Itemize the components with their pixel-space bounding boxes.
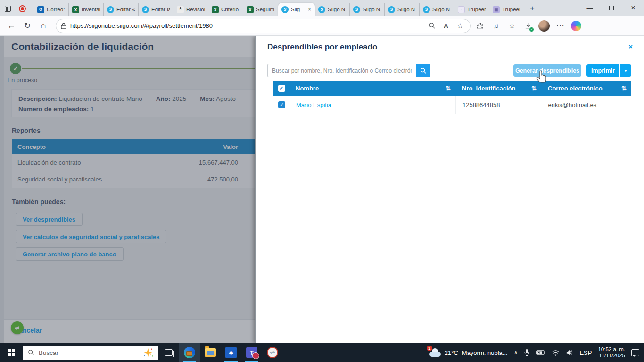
taskbar-edge-button[interactable]	[179, 343, 200, 362]
search-button[interactable]	[416, 64, 430, 77]
tab-actions-icon	[5, 6, 11, 12]
search-icon	[420, 67, 427, 74]
browser-tab-editar-1[interactable]: Editar «	[104, 3, 139, 16]
extensions-icon[interactable]	[473, 19, 487, 33]
close-panel-icon[interactable]: ×	[628, 42, 633, 50]
browser-tab-trupeer-2[interactable]: Trupeer	[489, 3, 524, 16]
browser-toolbar: ← ↻ ⌂ https://siigonube.siigo.com/#/payr…	[0, 16, 644, 36]
siigo-favicon	[388, 6, 395, 13]
browser-tab-siigo-4[interactable]: Siigo N	[420, 3, 454, 16]
employee-search-input[interactable]	[267, 64, 416, 77]
zoom-out-icon[interactable]	[427, 21, 437, 31]
browser-tab-siigo-3[interactable]: Siigo N	[385, 3, 420, 16]
settings-menu-button[interactable]: ⋯	[553, 19, 567, 33]
maximize-window-button[interactable]	[601, 0, 622, 16]
collections-icon[interactable]: ☆	[505, 19, 519, 33]
tray-date: 11/11/2025	[598, 353, 625, 359]
employee-name-link[interactable]: Mario Espitia	[296, 101, 331, 108]
refresh-button[interactable]: ↻	[21, 19, 34, 33]
excel-favicon	[212, 6, 219, 13]
tray-time: 10:52 a. m.	[598, 346, 625, 353]
task-view-button[interactable]	[158, 343, 179, 362]
taskbar-snipping-button[interactable]: ✄	[262, 343, 283, 362]
imprimir-dropdown-button[interactable]: ▾	[620, 64, 631, 77]
new-tab-button[interactable]: +	[526, 2, 538, 15]
browser-tab-correo[interactable]: Correo:	[34, 3, 69, 16]
downloads-button[interactable]: ✓	[521, 19, 535, 33]
table-row: ✓ Mario Espitia 12588644858 erikis@hotma…	[273, 96, 631, 114]
browser-tab-trupeer-1[interactable]: Trupeer	[454, 3, 489, 16]
taskbar-search-box[interactable]: Buscar	[23, 346, 158, 360]
select-all-checkbox[interactable]: ✓	[278, 85, 285, 92]
start-button[interactable]	[0, 343, 23, 362]
record-icon	[19, 5, 26, 12]
clock-widget[interactable]: 10:52 a. m. 11/11/2025	[598, 346, 625, 359]
folder-icon	[205, 348, 216, 357]
browser-tab-seguimiento[interactable]: Seguimi	[243, 3, 278, 16]
tray-expand-icon[interactable]: ∧	[514, 349, 518, 356]
close-tab-icon[interactable]: ×	[307, 6, 312, 13]
browser-tab-siigo-1[interactable]: Siigo N	[315, 3, 350, 16]
desktop-screen: Correo: Inventar Editar « Editar la Revi…	[0, 0, 644, 362]
windows-taskbar: Buscar ◆ T ✄ 1 21°C Mayorm. nubla... ∧ E…	[0, 343, 644, 362]
sort-id-icon[interactable]: ⇅	[531, 85, 537, 92]
back-button[interactable]: ←	[5, 19, 18, 33]
taskbar-teams-button[interactable]: T	[241, 343, 262, 362]
browser-tab-inventario[interactable]: Inventar	[69, 3, 104, 16]
windows-logo-icon	[8, 349, 15, 356]
browser-tab-editar-2[interactable]: Editar la	[139, 3, 173, 16]
weather-widget[interactable]: 1 21°C Mayorm. nubla...	[429, 348, 508, 357]
notification-center-icon[interactable]	[631, 349, 639, 356]
copilot-button[interactable]	[570, 19, 583, 33]
outlook-favicon	[37, 6, 44, 13]
sort-email-icon[interactable]: ⇅	[621, 85, 627, 92]
avatar-image	[538, 20, 550, 32]
taskbar-search-placeholder: Buscar	[39, 349, 58, 356]
favorite-star-icon[interactable]: ☆	[455, 21, 465, 31]
taskbar-file-explorer-button[interactable]	[200, 343, 221, 362]
speaker-icon[interactable]	[566, 349, 573, 356]
close-window-button[interactable]: ×	[622, 0, 644, 16]
wifi-icon[interactable]	[552, 350, 560, 356]
siigo-favicon	[353, 6, 360, 13]
recording-indicator-button[interactable]	[19, 2, 31, 15]
address-bar[interactable]: https://siigonube.siigo.com/#/payroll/se…	[56, 19, 471, 33]
weather-condition: Mayorm. nubla...	[462, 349, 508, 356]
siigo-favicon	[423, 6, 430, 13]
siigo-favicon	[142, 6, 149, 13]
edge-icon	[184, 347, 195, 358]
desprendibles-panel: Desprendibles por empleado × Generar des…	[255, 36, 644, 343]
browser-tab-revision[interactable]: Revisión	[173, 3, 208, 16]
scissors-icon: ✄	[265, 346, 280, 360]
language-indicator[interactable]: ESP	[579, 349, 592, 356]
imprimir-button[interactable]: Imprimir	[586, 64, 619, 77]
teams-icon: T	[246, 347, 257, 358]
maximize-icon	[609, 6, 614, 10]
taskbar-app-diamond-button[interactable]: ◆	[221, 343, 241, 362]
media-controls-icon[interactable]: ♫	[489, 19, 503, 33]
system-tray: 1 21°C Mayorm. nubla... ∧ ESP 10:52 a. m…	[429, 346, 644, 359]
trupeer-favicon	[493, 6, 500, 13]
profile-avatar[interactable]	[537, 19, 551, 33]
browser-tab-siigo-2[interactable]: Siigo N	[350, 3, 385, 16]
url-text: https://siigonube.siigo.com/#/payroll/se…	[70, 22, 423, 29]
browser-tab-active-siigo[interactable]: Siig×	[278, 3, 315, 16]
siigo-favicon	[281, 6, 289, 13]
excel-favicon	[247, 6, 254, 13]
browser-tab-criterios[interactable]: Criterios	[208, 3, 243, 16]
row-checkbox[interactable]: ✓	[278, 101, 285, 108]
sort-name-icon[interactable]: ⇅	[446, 85, 451, 92]
battery-icon[interactable]	[536, 350, 545, 355]
siigo-favicon	[318, 6, 325, 13]
read-aloud-icon[interactable]: A	[441, 21, 451, 31]
diamond-app-icon: ◆	[225, 347, 237, 358]
chatgpt-favicon	[177, 6, 184, 13]
minimize-window-button[interactable]: —	[579, 0, 601, 16]
download-complete-icon: ✓	[529, 27, 534, 32]
web-page: Contabilización de liquidación ✓ En proc…	[0, 36, 644, 343]
tab-actions-menu-button[interactable]	[4, 2, 16, 15]
siigo-favicon	[107, 6, 114, 13]
home-button[interactable]: ⌂	[37, 19, 50, 33]
trupeer-favicon	[458, 6, 465, 13]
microphone-icon[interactable]	[524, 349, 530, 356]
